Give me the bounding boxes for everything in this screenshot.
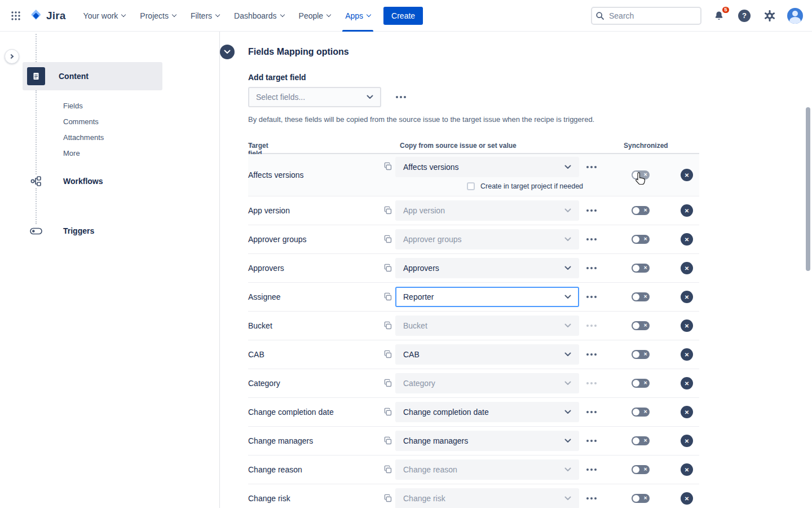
field-value-dropdown[interactable]: Change risk [395,488,579,508]
field-value-dropdown[interactable]: Affects versions [395,157,579,177]
app-switcher-icon[interactable] [7,7,25,25]
row-more-button[interactable] [584,491,599,506]
content-sub-items: Fields Comments Attachments More [63,98,104,161]
row-more-button[interactable] [584,318,599,333]
remove-field-button[interactable]: ✕ [681,169,693,181]
copy-icon[interactable] [383,321,392,330]
sync-toggle[interactable] [632,170,650,179]
field-value-dropdown[interactable]: Change reason [395,459,579,480]
copy-icon[interactable] [383,206,392,215]
field-value-dropdown[interactable]: Reporter [395,287,579,307]
row-more-button[interactable] [584,347,599,362]
search-input[interactable] [591,7,701,25]
field-value-dropdown[interactable]: App version [395,200,579,221]
field-label: Affects versions [248,170,304,179]
user-avatar[interactable] [787,8,803,24]
copy-icon[interactable] [383,379,392,388]
settings-button[interactable] [762,8,778,24]
add-field-more-button[interactable] [394,90,408,104]
copy-icon[interactable] [383,235,392,244]
row-more-button[interactable] [584,232,599,247]
jira-logo[interactable]: Jira [29,9,66,23]
field-value-dropdown[interactable]: Category [395,373,579,393]
scrollbar-thumb[interactable] [806,107,810,271]
sync-toggle[interactable] [632,494,650,503]
row-more-button[interactable] [584,376,599,391]
remove-field-button[interactable]: ✕ [681,291,693,303]
help-button[interactable] [736,8,752,24]
row-more-button[interactable] [584,203,599,218]
sync-toggle[interactable] [632,292,650,301]
remove-field-button[interactable]: ✕ [681,262,693,274]
remove-field-button[interactable]: ✕ [681,204,693,217]
nav-item-your-work[interactable]: Your work [76,0,133,32]
remove-field-button[interactable]: ✕ [681,406,693,418]
copy-icon[interactable] [383,292,392,301]
nav-item-apps[interactable]: Apps [338,0,378,32]
field-value-dropdown[interactable]: Bucket [395,316,579,336]
remove-field-button[interactable]: ✕ [681,348,693,361]
field-value-dropdown[interactable]: Approvers [395,258,579,278]
sidebar-item-more[interactable]: More [63,145,104,161]
section-collapse-button[interactable] [220,45,235,59]
notifications-button[interactable]: 5 [711,8,727,24]
copy-icon[interactable] [383,494,392,503]
row-more-button[interactable] [584,433,599,448]
nav-item-people[interactable]: People [292,0,338,32]
remove-field-button[interactable]: ✕ [681,377,693,389]
sidebar-item-triggers[interactable]: Triggers [29,224,94,238]
sync-toggle[interactable] [632,408,650,417]
sync-toggle[interactable] [632,379,650,388]
field-value-dropdown[interactable]: Change managers [395,431,579,451]
remove-field-button[interactable]: ✕ [681,492,693,505]
remove-field-button[interactable]: ✕ [681,319,693,332]
create-button[interactable]: Create [383,7,423,25]
field-value-dropdown[interactable]: Change completion date [395,402,579,422]
connector-line [36,34,37,62]
row-more-button[interactable] [584,462,599,477]
sync-toggle[interactable] [632,350,650,359]
field-value-dropdown[interactable]: CAB [395,344,579,365]
remove-field-button[interactable]: ✕ [681,463,693,476]
trigger-toggle-icon [29,224,43,238]
chevron-down-icon [367,12,371,16]
create-in-target-checkbox[interactable] [467,182,475,190]
sync-toggle[interactable] [632,206,650,215]
sync-toggle[interactable] [632,465,650,474]
row-more-button[interactable] [584,290,599,304]
panel-collapse-button[interactable] [5,49,19,64]
nav-item-projects[interactable]: Projects [133,0,183,32]
remove-icon: ✕ [685,467,689,473]
chevron-right-icon [9,54,14,59]
copy-icon[interactable] [383,264,392,273]
sidebar-item-fields[interactable]: Fields [63,98,104,113]
copy-icon[interactable] [383,408,392,417]
chevron-down-icon [564,165,571,169]
sidebar-item-comments[interactable]: Comments [63,113,104,129]
nav-item-dashboards[interactable]: Dashboards [227,0,292,32]
sidebar-item-attachments[interactable]: Attachments [63,129,104,145]
field-value-dropdown[interactable]: Approver groups [395,229,579,249]
copy-icon[interactable] [383,350,392,359]
copy-icon[interactable] [383,465,392,474]
sync-toggle[interactable] [632,321,650,330]
row-more-button[interactable] [584,261,599,275]
remove-field-button[interactable]: ✕ [681,233,693,246]
sidebar-item-workflows[interactable]: Workflows [29,174,103,188]
row-more-button[interactable] [584,160,599,174]
copy-icon[interactable] [383,436,392,445]
sync-toggle[interactable] [632,436,650,445]
top-nav: Jira Your work Projects Filters Dashboar… [0,0,812,32]
nav-item-filters[interactable]: Filters [183,0,227,32]
sync-toggle[interactable] [632,235,650,244]
remove-icon: ✕ [685,208,689,214]
fields-mapping-panel: Fields Mapping options Add target field … [220,32,812,508]
table-row: Change reason Change reason ✕ [248,456,699,484]
remove-field-button[interactable]: ✕ [681,435,693,447]
copy-icon[interactable] [383,162,392,171]
sync-toggle[interactable] [632,264,650,273]
field-label: Change completion date [248,408,334,417]
sidebar-item-content[interactable]: Content [23,62,162,90]
row-more-button[interactable] [584,405,599,419]
select-fields-dropdown[interactable]: Select fields... [248,87,381,107]
